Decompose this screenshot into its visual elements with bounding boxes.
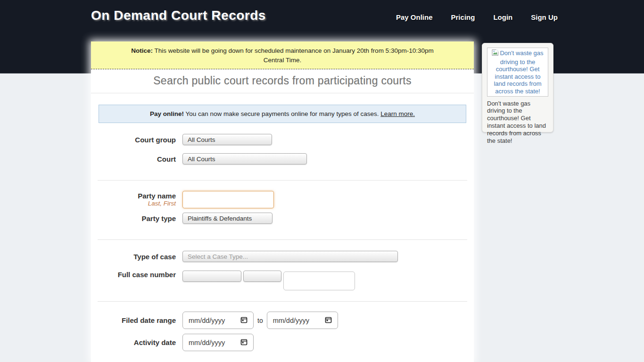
activity-date-row: Activity date mm/dd/yyyy xyxy=(91,334,474,351)
activity-date-placeholder: mm/dd/yyyy xyxy=(189,339,225,346)
filed-date-from-input[interactable]: mm/dd/yyyy xyxy=(182,312,254,329)
section-divider xyxy=(98,301,467,302)
ad-broken-image-link[interactable]: Don't waste gas driving to the courthous… xyxy=(487,48,548,97)
court-group-label: Court group xyxy=(91,136,176,144)
nav-sign-up[interactable]: Sign Up xyxy=(531,13,558,21)
ad-caption: Don't waste gas driving to the courthous… xyxy=(487,100,548,145)
broken-image-icon xyxy=(492,51,499,58)
ad-alt-text: Don't waste gas driving to the courthous… xyxy=(494,49,543,95)
learn-more-link[interactable]: Learn more. xyxy=(380,110,415,117)
site-title: On Demand Court Records xyxy=(91,8,266,23)
calendar-icon[interactable] xyxy=(240,338,248,347)
page-title: Search public court records from partici… xyxy=(91,69,474,93)
pay-online-alert-bold: Pay online! xyxy=(150,110,184,117)
section-divider xyxy=(98,239,467,240)
notice-label: Notice: xyxy=(131,47,153,54)
filed-date-range-label: Filed date range xyxy=(91,316,176,324)
activity-date-label: Activity date xyxy=(91,338,176,346)
court-row: Court All Courts xyxy=(91,153,474,165)
top-nav: Pay Online Pricing Login Sign Up xyxy=(396,13,558,21)
case-type-label: Type of case xyxy=(91,253,176,261)
nav-pay-online[interactable]: Pay Online xyxy=(396,13,433,21)
filed-date-range-row: Filed date range mm/dd/yyyy to mm/dd/yyy… xyxy=(91,312,474,329)
court-label: Court xyxy=(91,155,176,163)
party-type-select[interactable]: Plaintiffs & Defendants xyxy=(182,213,272,224)
activity-date-input[interactable]: mm/dd/yyyy xyxy=(182,334,254,351)
maintenance-notice-text: Notice: This website will be going down … xyxy=(129,46,436,65)
date-range-separator: to xyxy=(257,317,263,324)
case-number-part2-select[interactable] xyxy=(243,271,281,282)
calendar-icon[interactable] xyxy=(240,316,248,325)
section-divider xyxy=(98,180,467,181)
court-group-row: Court group All Courts xyxy=(91,134,474,145)
maintenance-notice: Notice: This website will be going down … xyxy=(91,41,474,69)
party-type-label: Party type xyxy=(91,214,176,222)
pay-online-alert: Pay online! You can now make secure paym… xyxy=(99,105,466,123)
party-name-hint: Last, First xyxy=(91,200,176,207)
case-number-part1-select[interactable] xyxy=(182,271,241,282)
nav-pricing[interactable]: Pricing xyxy=(451,13,475,21)
court-select[interactable]: All Courts xyxy=(182,153,307,165)
nav-login[interactable]: Login xyxy=(493,13,512,21)
filed-date-from-placeholder: mm/dd/yyyy xyxy=(189,317,225,324)
case-number-row: Full case number xyxy=(91,271,474,290)
main-panel: Notice: This website will be going down … xyxy=(91,41,474,362)
party-name-label: Party name Last, First xyxy=(91,192,176,207)
case-number-input[interactable] xyxy=(283,272,355,290)
case-type-select[interactable]: Select a Case Type... xyxy=(182,251,398,262)
party-type-row: Party type Plaintiffs & Defendants xyxy=(91,213,474,224)
case-type-row: Type of case Select a Case Type... xyxy=(91,251,474,262)
party-name-row: Party name Last, First xyxy=(91,191,474,208)
party-name-input[interactable] xyxy=(182,191,274,208)
calendar-icon[interactable] xyxy=(325,316,332,325)
court-group-select[interactable]: All Courts xyxy=(182,134,272,145)
sidebar-ad: Don't waste gas driving to the courthous… xyxy=(482,43,553,132)
pay-online-alert-text: You can now make secure payments online … xyxy=(185,110,379,117)
case-number-label: Full case number xyxy=(91,271,176,279)
filed-date-to-input[interactable]: mm/dd/yyyy xyxy=(267,312,338,329)
filed-date-to-placeholder: mm/dd/yyyy xyxy=(273,317,309,324)
